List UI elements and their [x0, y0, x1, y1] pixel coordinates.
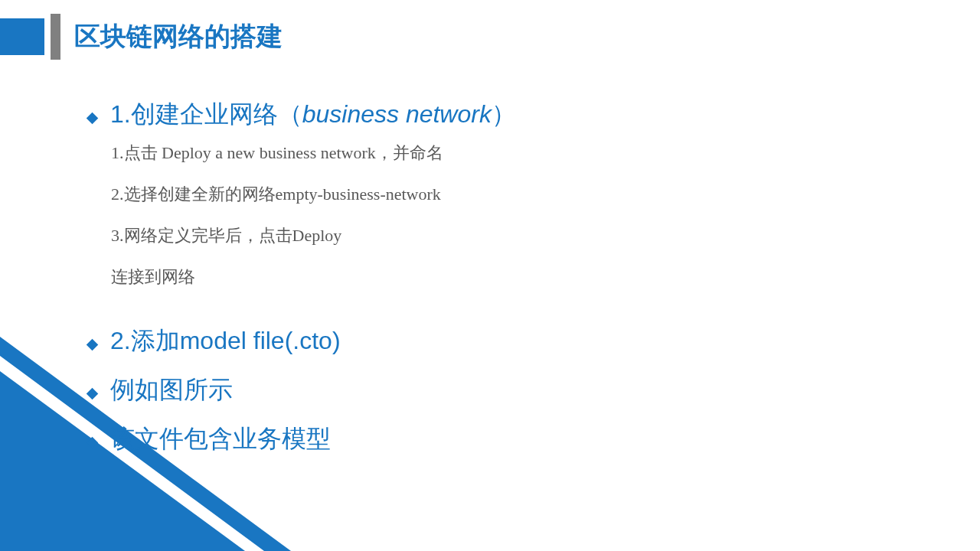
bullet-4-text: 该文件包含业务模型	[110, 422, 331, 456]
decor-gray-bar	[51, 14, 60, 60]
bullet-2-text: 2.添加model file(.cto)	[110, 324, 341, 358]
slide-header: 区块链网络的搭建	[0, 14, 283, 60]
bullet-3-text: 例如图所示	[110, 373, 233, 407]
diamond-bullet-icon	[87, 339, 99, 351]
sub-item-4: 连接到网络	[111, 260, 915, 294]
bullet-item-2: 2.添加model file(.cto)	[88, 324, 915, 358]
diamond-bullet-icon	[87, 388, 99, 400]
bullet-item-3: 例如图所示	[88, 373, 915, 407]
diamond-bullet-icon	[87, 437, 99, 449]
decor-blue-block	[0, 18, 44, 55]
bullet-1-prefix: 1.创建企业网络（	[110, 100, 302, 128]
sub-list: 1.点击 Deploy a new business network，并命名 2…	[111, 136, 915, 294]
bullet-item-4: 该文件包含业务模型	[88, 422, 915, 456]
slide-title: 区块链网络的搭建	[74, 19, 283, 54]
bullet-item-1: 1.创建企业网络（business network）	[88, 98, 915, 132]
sub-item-1: 1.点击 Deploy a new business network，并命名	[111, 136, 915, 170]
content-area: 1.创建企业网络（business network） 1.点击 Deploy a…	[88, 98, 915, 456]
bullet-1-suffix: ）	[492, 100, 516, 128]
sub-item-2: 2.选择创建全新的网络empty-business-network	[111, 178, 915, 211]
diamond-bullet-icon	[87, 112, 99, 125]
bullet-1-text: 1.创建企业网络（business network）	[110, 98, 516, 132]
bullet-1-italic: business network	[302, 100, 492, 128]
sub-item-3: 3.网络定义完毕后，点击Deploy	[111, 219, 915, 253]
